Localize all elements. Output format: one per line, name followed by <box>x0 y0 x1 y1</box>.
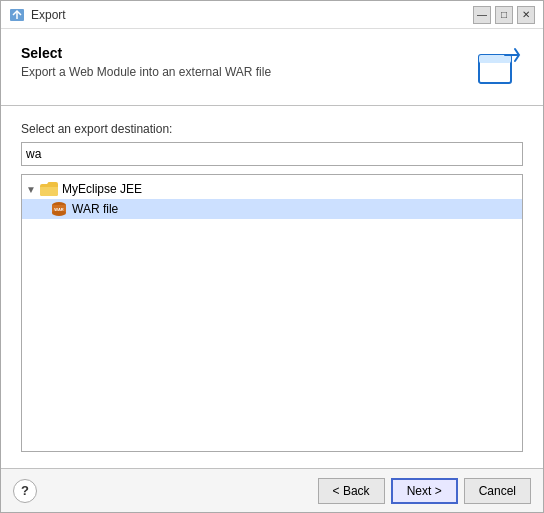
destination-label: Select an export destination: <box>21 122 523 136</box>
dialog-title: Export <box>31 8 66 22</box>
tree-area: ▼ MyEclipse JEE <box>21 174 523 452</box>
maximize-button[interactable]: □ <box>495 6 513 24</box>
main-section: Select an export destination: ▼ MyEclips… <box>1 106 543 468</box>
search-input[interactable] <box>21 142 523 166</box>
footer-left: ? <box>13 479 37 503</box>
title-bar-controls: — □ ✕ <box>473 6 535 24</box>
dialog-icon <box>9 7 25 23</box>
export-icon <box>475 45 523 93</box>
svg-text:WAR: WAR <box>54 207 63 212</box>
export-dialog: Export — □ ✕ Select Export a Web Module … <box>0 0 544 513</box>
next-button[interactable]: Next > <box>391 478 458 504</box>
tree-child-item[interactable]: WAR WAR file <box>22 199 522 219</box>
war-file-icon: WAR <box>50 201 68 217</box>
tree-root-item[interactable]: ▼ MyEclipse JEE <box>22 179 522 199</box>
title-bar-left: Export <box>9 7 66 23</box>
page-title: Select <box>21 45 271 61</box>
minimize-button[interactable]: — <box>473 6 491 24</box>
help-button[interactable]: ? <box>13 479 37 503</box>
page-description: Export a Web Module into an external WAR… <box>21 65 271 79</box>
tree-child-label: WAR file <box>72 202 118 216</box>
back-button[interactable]: < Back <box>318 478 385 504</box>
search-row <box>21 142 523 166</box>
tree-arrow-icon: ▼ <box>26 184 40 195</box>
folder-icon <box>40 181 58 197</box>
cancel-button[interactable]: Cancel <box>464 478 531 504</box>
header-text: Select Export a Web Module into an exter… <box>21 45 271 79</box>
export-svg-icon <box>477 47 521 91</box>
content-area: Select Export a Web Module into an exter… <box>1 29 543 468</box>
header-section: Select Export a Web Module into an exter… <box>1 29 543 105</box>
svg-rect-3 <box>479 55 511 63</box>
footer-right: < Back Next > Cancel <box>318 478 531 504</box>
close-button[interactable]: ✕ <box>517 6 535 24</box>
title-bar: Export — □ ✕ <box>1 1 543 29</box>
dialog-footer: ? < Back Next > Cancel <box>1 468 543 512</box>
tree-root-label: MyEclipse JEE <box>62 182 142 196</box>
